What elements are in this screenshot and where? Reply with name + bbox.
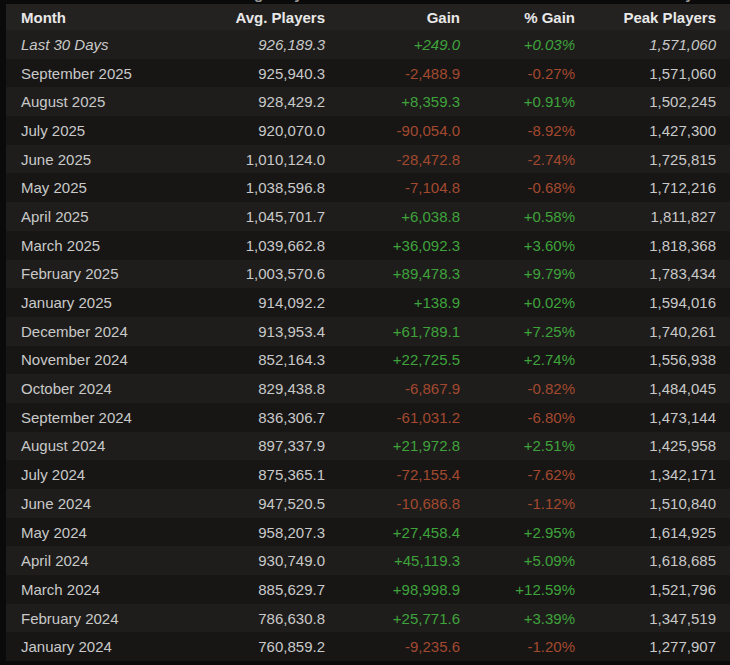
pct-gain-cell: -0.82% xyxy=(460,374,575,403)
table-row: May 2025 1,038,596.8 -7,104.8 -0.68% 1,7… xyxy=(6,173,730,202)
peak-players-cell: 1,277,907 xyxy=(575,632,730,661)
month-cell: January 2024 xyxy=(6,632,231,661)
pct-gain-cell: -7.62% xyxy=(460,460,575,489)
avg-players-cell: 920,070.0 xyxy=(231,116,325,145)
month-cell: August 2025 xyxy=(6,87,231,116)
month-cell: September 2024 xyxy=(6,403,231,432)
cropped-label: Avg. Players xyxy=(231,0,325,4)
gain-cell: -61,031.2 xyxy=(325,403,460,432)
pct-gain-cell: -6.80% xyxy=(460,403,575,432)
pct-gain-cell: +3.60% xyxy=(460,231,575,260)
gain-cell: +36,092.3 xyxy=(325,231,460,260)
month-cell: April 2025 xyxy=(6,202,231,231)
table-row: January 2025 914,092.2 +138.9 +0.02% 1,5… xyxy=(6,288,730,317)
avg-players-cell: 1,039,662.8 xyxy=(231,231,325,260)
pct-gain-cell: -1.12% xyxy=(460,489,575,518)
month-cell: June 2024 xyxy=(6,489,231,518)
month-cell: March 2024 xyxy=(6,575,231,604)
pct-gain-cell: -8.92% xyxy=(460,116,575,145)
table-row: September 2025 925,940.3 -2,488.9 -0.27%… xyxy=(6,59,730,88)
table-row: February 2024 786,630.8 +25,771.6 +3.39%… xyxy=(6,604,730,633)
peak-players-cell: 1,712,216 xyxy=(575,173,730,202)
gain-cell: +61,789.1 xyxy=(325,317,460,346)
avg-players-cell: 852,164.3 xyxy=(231,346,325,375)
month-cell: May 2025 xyxy=(6,173,231,202)
avg-players-cell: 829,438.8 xyxy=(231,374,325,403)
pct-gain-cell: +0.58% xyxy=(460,202,575,231)
table-row: April 2025 1,045,701.7 +6,038.8 +0.58% 1… xyxy=(6,202,730,231)
cropped-label: Peak Players xyxy=(575,0,730,4)
table-row: April 2024 930,749.0 +45,119.3 +5.09% 1,… xyxy=(6,546,730,575)
peak-players-cell: 1,783,434 xyxy=(575,260,730,289)
column-header-gain: Gain xyxy=(325,4,460,30)
table-body: Last 30 Days 926,189.3 +249.0 +0.03% 1,5… xyxy=(6,30,730,661)
month-cell: February 2025 xyxy=(6,260,231,289)
month-cell: November 2024 xyxy=(6,346,231,375)
avg-players-cell: 926,189.3 xyxy=(231,30,325,59)
avg-players-cell: 1,038,596.8 xyxy=(231,173,325,202)
month-cell: July 2025 xyxy=(6,116,231,145)
pct-gain-cell: +2.51% xyxy=(460,432,575,461)
table-row: November 2024 852,164.3 +22,725.5 +2.74%… xyxy=(6,346,730,375)
avg-players-cell: 1,003,570.6 xyxy=(231,260,325,289)
table-row: June 2024 947,520.5 -10,686.8 -1.12% 1,5… xyxy=(6,489,730,518)
avg-players-cell: 1,010,124.0 xyxy=(231,145,325,174)
cropped-label: Gain xyxy=(325,0,460,4)
peak-players-cell: 1,425,958 xyxy=(575,432,730,461)
peak-players-cell: 1,427,300 xyxy=(575,116,730,145)
table-row: October 2024 829,438.8 -6,867.9 -0.82% 1… xyxy=(6,374,730,403)
peak-players-cell: 1,521,796 xyxy=(575,575,730,604)
column-header-peak-players: Peak Players xyxy=(575,4,730,30)
month-cell: August 2024 xyxy=(6,432,231,461)
pct-gain-cell: +2.74% xyxy=(460,346,575,375)
table-row: May 2024 958,207.3 +27,458.4 +2.95% 1,61… xyxy=(6,518,730,547)
peak-players-cell: 1,342,171 xyxy=(575,460,730,489)
avg-players-cell: 914,092.2 xyxy=(231,288,325,317)
table-row: July 2025 920,070.0 -90,054.0 -8.92% 1,4… xyxy=(6,116,730,145)
column-header-pct-gain: % Gain xyxy=(460,4,575,30)
month-cell: October 2024 xyxy=(6,374,231,403)
table-header: Month Avg. Players Gain % Gain Peak Play… xyxy=(6,4,730,30)
gain-cell: -6,867.9 xyxy=(325,374,460,403)
cropped-top-row-text: Month Avg. Players Gain % Gain Peak Play… xyxy=(6,0,730,4)
peak-players-cell: 1,725,815 xyxy=(575,145,730,174)
peak-players-cell: 1,473,144 xyxy=(575,403,730,432)
avg-players-cell: 958,207.3 xyxy=(231,518,325,547)
pct-gain-cell: +7.25% xyxy=(460,317,575,346)
month-cell: January 2025 xyxy=(6,288,231,317)
pct-gain-cell: +0.91% xyxy=(460,87,575,116)
pct-gain-cell: -1.20% xyxy=(460,632,575,661)
pct-gain-cell: +12.59% xyxy=(460,575,575,604)
table-row: January 2024 760,859.2 -9,235.6 -1.20% 1… xyxy=(6,632,730,661)
pct-gain-cell: -0.68% xyxy=(460,173,575,202)
avg-players-cell: 930,749.0 xyxy=(231,546,325,575)
table-header-row: Month Avg. Players Gain % Gain Peak Play… xyxy=(6,4,730,30)
month-cell: September 2025 xyxy=(6,59,231,88)
month-cell: May 2024 xyxy=(6,518,231,547)
pct-gain-cell: -0.27% xyxy=(460,59,575,88)
avg-players-cell: 913,953.4 xyxy=(231,317,325,346)
peak-players-cell: 1,818,368 xyxy=(575,231,730,260)
gain-cell: +89,478.3 xyxy=(325,260,460,289)
month-cell: Last 30 Days xyxy=(6,30,231,59)
table-row: June 2025 1,010,124.0 -28,472.8 -2.74% 1… xyxy=(6,145,730,174)
month-cell: February 2024 xyxy=(6,604,231,633)
gain-cell: +25,771.6 xyxy=(325,604,460,633)
peak-players-cell: 1,484,045 xyxy=(575,374,730,403)
avg-players-cell: 947,520.5 xyxy=(231,489,325,518)
table-row: August 2024 897,337.9 +21,972.8 +2.51% 1… xyxy=(6,432,730,461)
gain-cell: +6,038.8 xyxy=(325,202,460,231)
pct-gain-cell: +3.39% xyxy=(460,604,575,633)
cropped-label: % Gain xyxy=(460,0,575,4)
month-cell: December 2024 xyxy=(6,317,231,346)
table-row: July 2024 875,365.1 -72,155.4 -7.62% 1,3… xyxy=(6,460,730,489)
table-row: February 2025 1,003,570.6 +89,478.3 +9.7… xyxy=(6,260,730,289)
gain-cell: -72,155.4 xyxy=(325,460,460,489)
column-header-month: Month xyxy=(6,4,231,30)
table-row: March 2025 1,039,662.8 +36,092.3 +3.60% … xyxy=(6,231,730,260)
pct-gain-cell: +0.02% xyxy=(460,288,575,317)
peak-players-cell: 1,571,060 xyxy=(575,30,730,59)
gain-cell: -2,488.9 xyxy=(325,59,460,88)
table-row: March 2024 885,629.7 +98,998.9 +12.59% 1… xyxy=(6,575,730,604)
avg-players-cell: 1,045,701.7 xyxy=(231,202,325,231)
